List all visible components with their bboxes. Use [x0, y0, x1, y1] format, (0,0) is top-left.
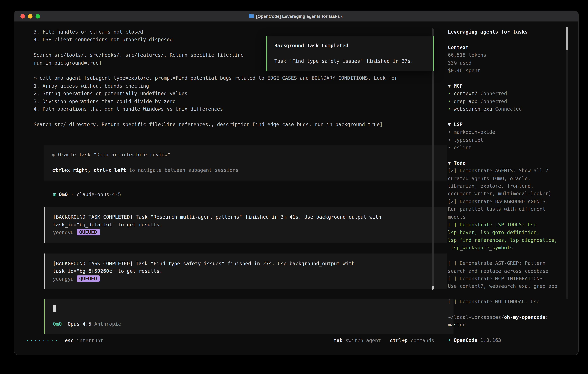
text-segment: [ ] Demonstrate AST-GREP: Pattern — [448, 260, 546, 266]
text-segment: [BACKGROUND TASK COMPLETED] Task "Find t… — [53, 261, 355, 266]
text-segment: [ ] Demonstrate LSP TOOLS: Use — [448, 222, 536, 227]
text-line — [448, 291, 578, 298]
text-line: ctrl+x right, ctrl+x left to navigate be… — [52, 166, 447, 174]
zoom-button[interactable] — [36, 14, 40, 18]
input-cursor-line — [53, 305, 454, 313]
oracle-panel: ◉ Oracle Task "Deep architecture review"… — [44, 145, 447, 181]
text-segment: $0.46 spent — [448, 68, 480, 73]
model-indicator: OmO Opus 4.5 Anthropic — [53, 320, 454, 328]
text-segment: Oracle Task "Deep architecture review" — [58, 152, 170, 158]
text-segment: oh-my-opencode: — [504, 314, 548, 320]
text-line: ~/local-workspaces/oh-my-opencode: — [448, 313, 578, 321]
text-segment: lsp_workspace_symbols — [448, 245, 513, 250]
text-line: • typescript — [448, 136, 578, 144]
text-line: • grep_app Connected — [448, 98, 578, 105]
text-segment: to navigate between subagent sessions — [126, 167, 239, 173]
folder-icon — [249, 14, 254, 18]
text-segment: yeongyu — [53, 229, 77, 235]
main-terminal: 3. File handles or streams not closed4. … — [14, 21, 442, 355]
text-line: 3. Division operations that could divide… — [33, 98, 442, 105]
prompt-input[interactable]: OmO Opus 4.5 Anthropic — [44, 299, 453, 334]
agent-header: ▣ OmO · claude-opus-4-5 — [53, 191, 442, 198]
text-segment: • typescript — [448, 137, 483, 143]
text-segment: task_id="bg_6f59260c" to get results. — [53, 269, 162, 274]
text-line — [448, 36, 578, 44]
text-line: task_id="bg_dcfac161" to get results. — [53, 221, 447, 229]
status-right: tab switch agent ctrl+p commands — [334, 337, 434, 344]
text-segment: Use context7, websearch_exa, grep_app — [448, 283, 557, 289]
text-cursor — [53, 305, 56, 312]
text-line: ⚙ call_omo_agent [subagent_type=explore,… — [33, 75, 442, 82]
text-segment: QUEUED — [76, 229, 100, 235]
text-line: 1. Array access without bounds checking — [33, 82, 442, 90]
text-segment: 66,518 tokens — [448, 52, 486, 58]
window-title-text: [OpenCode] Leveraging agents for tasks ◐ — [256, 14, 344, 18]
text-segment: Context — [448, 44, 469, 50]
text-line: librarian, explore, frontend, — [448, 183, 578, 190]
text-line: yeongyu QUEUED — [53, 229, 447, 237]
text-segment: • — [448, 91, 454, 96]
text-segment: websearch_exa — [454, 106, 495, 112]
text-segment: Run parallel tasks with different — [448, 206, 546, 212]
sidebar-scrollbar-thumb[interactable] — [566, 27, 568, 50]
text-segment: lsp_hover, lsp_goto_definition, — [448, 229, 540, 235]
text-segment: Todo — [454, 160, 466, 166]
text-segment: OmO — [53, 321, 62, 327]
sidebar-scrollbar[interactable] — [566, 27, 568, 299]
status-left: ········ esc interrupt — [26, 337, 103, 344]
text-segment — [91, 321, 94, 327]
text-line: 4. Path operations that don't handle Win… — [33, 105, 442, 113]
text-line: 66,518 tokens — [448, 52, 578, 59]
text-segment: lsp_find_references, lsp_diagnostics, — [448, 237, 557, 243]
main-scrollbar-thumb[interactable] — [431, 286, 434, 290]
text-line — [52, 159, 447, 166]
text-line — [448, 252, 578, 260]
text-segment: OmO — [59, 192, 68, 197]
text-line: [✓] Demonstrate AGENTS: Show all 7 — [448, 167, 578, 175]
sidebar: Leveraging agents for tasksContext66,518… — [442, 21, 578, 355]
text-line: • context7 Connected — [448, 90, 578, 98]
text-segment: ▼ — [448, 122, 454, 127]
input-spacer — [53, 313, 454, 320]
text-line: Leveraging agents for tasks — [448, 28, 578, 36]
text-line: models — [448, 213, 578, 221]
text-segment: • eslint — [448, 145, 472, 150]
text-segment: 33% used — [448, 60, 472, 65]
text-line: • markdown-oxide — [448, 129, 578, 136]
text-segment — [56, 192, 59, 197]
text-line — [448, 152, 578, 159]
text-segment — [381, 338, 390, 343]
text-line: [✓] Demonstrate BACKGROUND AGENTS: — [448, 198, 578, 206]
text-segment: ▣ — [53, 192, 56, 197]
titlebar: [OpenCode] Leveraging agents for tasks ◐ — [14, 11, 578, 21]
text-line: [ ] Demonstrate MULTIMODAL: Use — [448, 298, 578, 306]
text-line: ········ esc interrupt — [26, 337, 103, 344]
text-line: • eslint — [448, 144, 578, 152]
close-button[interactable] — [21, 14, 25, 18]
text-line: document-writer, multimodal-looker) — [448, 190, 578, 198]
text-line — [448, 113, 578, 121]
text-line: curated agents (OmO, oracle, — [448, 175, 578, 182]
text-segment: commands — [408, 338, 434, 343]
text-segment: 1.0.163 — [480, 337, 501, 343]
text-segment: [✓] Demonstrate AGENTS: Show all 7 — [448, 168, 548, 173]
minimize-button[interactable] — [28, 14, 32, 18]
message-block-typesafety: [BACKGROUND TASK COMPLETED] Task "Find t… — [44, 254, 447, 290]
toast-gap — [274, 50, 433, 57]
text-line: $0.46 spent — [448, 67, 578, 74]
text-segment: 4. LSP client connections not properly d… — [33, 37, 173, 42]
window-title: [OpenCode] Leveraging agents for tasks ◐ — [249, 14, 344, 18]
text-segment: [✓] Demonstrate BACKGROUND AGENTS: — [448, 199, 548, 204]
text-segment: call_omo_agent [subagent_type=explore, p… — [40, 75, 398, 81]
notification-toast: Background Task Completed Task "Find typ… — [266, 36, 434, 71]
text-segment: Anthropic — [94, 321, 121, 327]
text-line: 3. File handles or streams not closed — [33, 28, 442, 36]
text-line: OmO Opus 4.5 Anthropic — [53, 320, 454, 328]
text-segment: ctrl+p — [390, 338, 408, 343]
text-segment: 3. File handles or streams not closed — [33, 29, 143, 35]
text-segment: search and replace across codebase — [448, 268, 548, 274]
text-line: lsp_find_references, lsp_diagnostics, — [448, 237, 578, 244]
message-block-research: [BACKGROUND TASK COMPLETED] Task "Resear… — [44, 207, 447, 243]
text-line: • websearch_exa Connected — [448, 105, 578, 113]
desktop: [OpenCode] Leveraging agents for tasks ◐… — [0, 0, 588, 374]
